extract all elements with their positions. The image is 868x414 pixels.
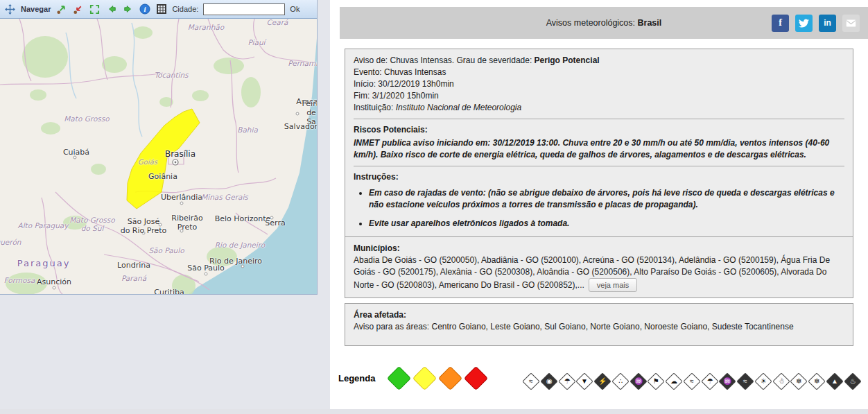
fullscreen-icon[interactable] (89, 3, 101, 15)
legend-diamond-grande-perigo-red (464, 366, 488, 390)
tornado-icon-glyph: ▼ (581, 378, 588, 385)
alert-area-polygon[interactable] (127, 109, 200, 209)
alert-panel: Avisos meteorológicos: Brasil f in Avis (330, 0, 868, 409)
zoom-out-marker-icon[interactable] (72, 3, 84, 15)
instrucoes-title: Instruções: (354, 171, 844, 183)
next-arrow-icon[interactable] (122, 3, 134, 15)
info-icon[interactable]: i (139, 3, 150, 15)
map-toolbar: Navegar i (0, 0, 317, 19)
onda-de-calor-icon-glyph: ▲ (831, 378, 838, 385)
riscos-title: Riscos Potenciais: (354, 124, 844, 136)
tornado-icon[interactable]: ▼ (576, 372, 593, 390)
state-border (236, 213, 268, 234)
forest-patch (63, 216, 87, 230)
legend-label: Legenda (338, 373, 375, 383)
granizo-icon-glyph: ∴ (618, 378, 623, 385)
nevoeiro-icon-glyph: ☁ (670, 378, 677, 385)
forest-patch (214, 58, 244, 74)
map-graphics (0, 19, 317, 294)
onda-de-frio-icon-glyph: ☃ (778, 378, 784, 385)
alagamento-icon[interactable]: ♒ (630, 372, 647, 390)
cidade-input[interactable] (203, 3, 285, 15)
zoom-in-marker-icon[interactable] (55, 3, 67, 15)
onda-de-calor-icon[interactable]: ▲ (826, 372, 843, 390)
municipios-box: Municípios: Abadia De Goiás - GO (520005… (345, 236, 853, 298)
vendaval-icon[interactable]: ≈ (522, 372, 539, 390)
linkedin-icon: in (824, 18, 831, 28)
granizo-icon[interactable]: ∴ (611, 372, 629, 390)
ciclone-icon-glyph: ◉ (546, 378, 552, 385)
select-area-icon[interactable] (155, 3, 167, 15)
ondas-icon[interactable]: ≈ (736, 372, 754, 390)
header-bar: Avisos meteorológicos: Brasil f in (340, 7, 868, 39)
state-border (171, 19, 179, 107)
state-border (97, 19, 107, 80)
ciclone-icon[interactable]: ◉ (540, 372, 557, 390)
forest-patch (22, 36, 68, 78)
social-buttons: f in (772, 7, 860, 39)
forest-patch (41, 122, 60, 135)
previous-arrow-icon[interactable] (105, 3, 117, 15)
facebook-share-button[interactable]: f (772, 15, 789, 32)
onda-de-frio-icon[interactable]: ☃ (772, 372, 790, 390)
queimadas-icon-glyph: ♨ (849, 378, 856, 385)
state-border (0, 73, 163, 85)
ressaca-icon-glyph: ≈ (690, 378, 694, 385)
state-border (230, 60, 238, 173)
municipios-list: Abadia De Goiás - GO (5200050), Abadiâni… (354, 255, 844, 292)
seca-icon[interactable]: ☀ (754, 372, 772, 390)
chuva-de-granizo-icon-glyph: ☂ (706, 378, 713, 385)
queimadas-icon[interactable]: ♨ (844, 372, 861, 390)
forest-patch (6, 273, 47, 294)
navegar-label: Navegar (21, 5, 51, 13)
twitter-share-button[interactable] (795, 15, 813, 32)
legend-severity-diamonds (386, 370, 489, 387)
chuva-de-granizo-icon[interactable]: ☂ (701, 372, 718, 390)
geada-icon-glyph: ❄ (814, 378, 819, 385)
alert-line-inicio: Início: 30/12/2019 13h0min (354, 78, 844, 90)
area-afetada-title: Área afetada: (354, 309, 844, 321)
legend-diamond-perigo-orange (438, 366, 462, 390)
forest-patch (207, 247, 237, 266)
alert-line-fim: Fim: 3/1/2020 15h0min (354, 90, 844, 102)
map-canvas[interactable]: CearáMaranhãoPiauíPernambucoTocantinsAra… (0, 19, 317, 294)
ondas-icon-glyph: ≈ (743, 378, 747, 385)
alert-line-evento: Evento: Chuvas Intensas (354, 67, 844, 78)
city-dot (159, 223, 162, 226)
river (66, 33, 76, 98)
alert-line-instituicao: Instituição: Instituto Nacional de Meteo… (354, 102, 844, 114)
alert-line-severidade: Aviso de: Chuvas Intensas. Grau de sever… (354, 55, 844, 67)
city-dot (142, 232, 145, 234)
pan-icon[interactable] (4, 3, 16, 15)
event-icons-row: ≈◉☂▼⚡∴♒⚑☁≈☂♒≈☀☃❄❄▲♨ (525, 375, 859, 388)
legend-diamond-perigo-baixo-green (387, 366, 411, 390)
municipios-title: Municípios: (354, 243, 844, 255)
vendaval-costeiro-icon-glyph: ⚑ (653, 378, 659, 385)
linkedin-share-button[interactable]: in (819, 15, 836, 32)
forest-patch (133, 26, 153, 39)
inundacao-icon[interactable]: ♒ (719, 372, 736, 390)
chuvas-intensas-icon[interactable]: ☂ (558, 372, 575, 390)
map-panel: Navegar i (0, 0, 330, 409)
city-dot (205, 273, 207, 275)
email-share-button[interactable] (842, 15, 860, 32)
riscos-body: INMET publica aviso iniciando em: 30/12/… (354, 137, 844, 161)
forest-patch (192, 90, 209, 101)
state-border (55, 192, 199, 282)
cidade-label: Cidade: (172, 5, 198, 13)
neve-icon[interactable]: ❄ (790, 372, 808, 390)
instrucao-item: Em caso de rajadas de vento: (não se abr… (369, 187, 844, 211)
twitter-icon (799, 18, 809, 28)
city-dot (73, 156, 76, 159)
nevoeiro-icon[interactable]: ☁ (665, 372, 682, 390)
forest-patch (30, 89, 46, 101)
city-dot (296, 112, 299, 115)
veja-mais-button[interactable]: veja mais (589, 278, 637, 292)
vendaval-icon-glyph: ≈ (529, 378, 533, 385)
legend-diamond-perigo-potencial-yellow (413, 366, 437, 390)
tempestade-raios-icon[interactable]: ⚡ (593, 372, 611, 390)
vendaval-costeiro-icon[interactable]: ⚑ (648, 372, 665, 390)
ok-button[interactable]: Ok (290, 5, 300, 13)
geada-icon[interactable]: ❄ (808, 372, 826, 390)
ressaca-icon[interactable]: ≈ (683, 372, 700, 390)
